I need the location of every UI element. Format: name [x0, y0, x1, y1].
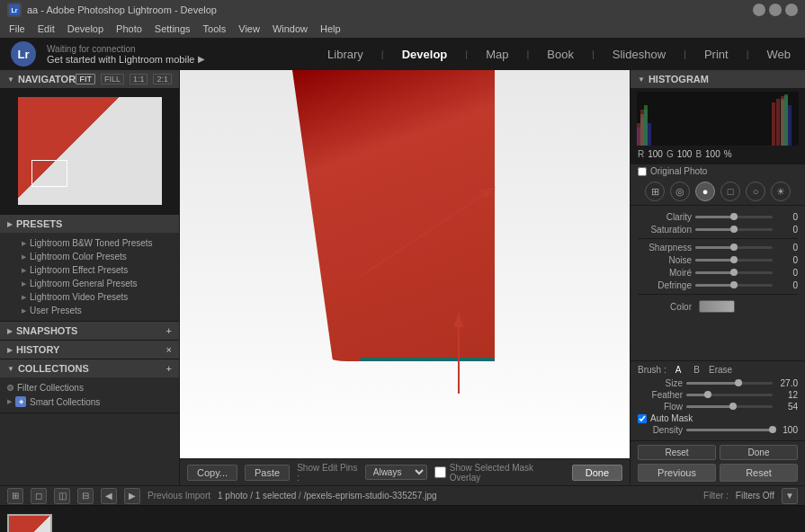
- survey-view-btn[interactable]: ⊟: [77, 488, 94, 504]
- g-label: G: [666, 149, 674, 159]
- panel-reset-button[interactable]: Reset: [638, 445, 716, 460]
- navigator-header[interactable]: ▼ Navigator FIT FILL 1:1 2:1: [0, 70, 179, 88]
- close-button[interactable]: ×: [785, 4, 798, 16]
- brush-label: Brush :: [638, 365, 666, 375]
- color-swatch[interactable]: [699, 300, 735, 313]
- nav-fit-btn[interactable]: FIT: [76, 74, 95, 84]
- previous-button[interactable]: Previous: [638, 464, 716, 482]
- edit-pins-dropdown[interactable]: Always Auto Never Selected: [365, 465, 427, 480]
- prev-import-label: Previous Import: [148, 491, 210, 501]
- snapshots-triangle: ▶: [7, 327, 13, 335]
- nav-1to1-btn[interactable]: 1:1: [130, 74, 148, 84]
- history-label: History: [16, 344, 59, 355]
- defringe-slider[interactable]: [695, 284, 773, 287]
- mask-overlay-input[interactable]: [434, 466, 446, 478]
- maximize-button[interactable]: □: [769, 4, 782, 16]
- crop-tool[interactable]: ⊞: [645, 182, 665, 201]
- loupe-view-btn[interactable]: ◻: [31, 488, 47, 504]
- noise-slider[interactable]: [695, 259, 773, 262]
- presets-section: ▶ Presets ▶Lightroom B&W Toned Presets ▶…: [0, 215, 179, 322]
- nav-fill-btn[interactable]: FILL: [101, 74, 124, 84]
- brush-flow-slider[interactable]: [686, 405, 773, 408]
- nav-print[interactable]: Print: [701, 46, 732, 63]
- paste-button[interactable]: Paste: [245, 465, 290, 481]
- brush-erase-tab[interactable]: Erase: [709, 365, 732, 375]
- panel-done-button[interactable]: Done: [720, 445, 798, 460]
- lr-logo: Lr: [11, 41, 36, 66]
- preset-user[interactable]: ▶User Presets: [0, 304, 179, 317]
- history-close-button[interactable]: ×: [166, 344, 172, 355]
- nav-book[interactable]: Book: [543, 46, 577, 63]
- nav-map[interactable]: Map: [482, 46, 512, 63]
- next-nav-btn[interactable]: ▶: [124, 488, 140, 504]
- smart-collections-label: Smart Collections: [30, 397, 100, 407]
- original-photo-checkbox[interactable]: [638, 167, 647, 176]
- compare-view-btn[interactable]: ◫: [54, 488, 70, 504]
- brush-feather-slider[interactable]: [686, 394, 773, 396]
- red-eye-tool[interactable]: ●: [695, 182, 715, 201]
- graduated-tool[interactable]: □: [720, 182, 740, 201]
- menu-develop[interactable]: Develop: [62, 22, 109, 35]
- filter-dropdown-btn[interactable]: ▼: [782, 488, 798, 504]
- preset-video[interactable]: ▶Lightroom Video Presets: [0, 290, 179, 304]
- snapshots-add-button[interactable]: +: [166, 325, 172, 336]
- menu-photo[interactable]: Photo: [111, 22, 148, 35]
- menu-view[interactable]: View: [233, 22, 265, 35]
- nav-web[interactable]: Web: [764, 46, 795, 63]
- original-photo-label: Original Photo: [650, 166, 707, 176]
- prev-nav-btn[interactable]: ◀: [101, 488, 117, 504]
- sharpness-slider[interactable]: [695, 246, 773, 249]
- nav-develop[interactable]: Develop: [398, 46, 452, 63]
- snapshots-header[interactable]: ▶ Snapshots +: [0, 322, 179, 340]
- preset-effect[interactable]: ▶Lightroom Effect Presets: [0, 263, 179, 277]
- menu-window[interactable]: Window: [267, 22, 313, 35]
- grid-view-btn[interactable]: ⊞: [7, 488, 23, 504]
- preset-color[interactable]: ▶Lightroom Color Presets: [0, 250, 179, 263]
- menu-help[interactable]: Help: [315, 22, 346, 35]
- brush-size-slider[interactable]: [686, 382, 773, 385]
- filter-collections-item[interactable]: Filter Collections: [7, 381, 172, 395]
- filmstrip-thumb-1[interactable]: [7, 514, 52, 533]
- collections-add-button[interactable]: +: [166, 363, 172, 374]
- presets-header[interactable]: ▶ Presets: [0, 215, 179, 233]
- menu-edit[interactable]: Edit: [32, 22, 60, 35]
- history-header[interactable]: ▶ History ×: [0, 341, 179, 359]
- brush-tab-b[interactable]: B: [690, 365, 703, 375]
- minimize-button[interactable]: _: [753, 4, 765, 16]
- svg-rect-13: [644, 105, 648, 146]
- nav-library[interactable]: Library: [324, 46, 367, 63]
- brush-tab-a[interactable]: A: [672, 365, 685, 375]
- collections-header[interactable]: ▼ Collections +: [0, 359, 179, 377]
- menu-settings[interactable]: Settings: [149, 22, 196, 35]
- adjustment-tool[interactable]: ☀: [771, 182, 791, 201]
- defringe-row: Defringe 0: [638, 280, 798, 290]
- collections-section: ▼ Collections + Filter Collections ▶ ◈ S…: [0, 359, 179, 413]
- nav-slideshow[interactable]: Slideshow: [609, 46, 669, 63]
- sync-action[interactable]: Get started with Lightroom mobile ▶: [47, 54, 324, 65]
- presets-list: ▶Lightroom B&W Toned Presets ▶Lightroom …: [0, 233, 179, 321]
- brush-density-slider[interactable]: [686, 429, 773, 431]
- histogram-label: Histogram: [648, 74, 709, 84]
- auto-mask-row[interactable]: Auto Mask: [638, 413, 798, 423]
- history-triangle: ▶: [7, 346, 13, 354]
- nav-2to1-btn[interactable]: 2:1: [153, 74, 172, 84]
- radial-tool[interactable]: ○: [746, 182, 765, 201]
- moire-slider[interactable]: [695, 271, 773, 274]
- done-button[interactable]: Done: [572, 465, 622, 481]
- nav-thumbnail: [18, 97, 162, 205]
- menu-file[interactable]: File: [4, 22, 31, 35]
- saturation-slider[interactable]: [695, 228, 773, 231]
- svg-rect-15: [784, 94, 788, 146]
- spot-tool[interactable]: ◎: [670, 182, 690, 201]
- preset-bw[interactable]: ▶Lightroom B&W Toned Presets: [0, 236, 179, 250]
- auto-mask-checkbox[interactable]: [638, 414, 647, 423]
- filter-value: Filters Off: [736, 491, 774, 501]
- preset-general[interactable]: ▶Lightroom General Presets: [0, 277, 179, 290]
- reset-button[interactable]: Reset: [720, 464, 798, 482]
- copy-button[interactable]: Copy...: [187, 465, 237, 481]
- clarity-slider[interactable]: [695, 216, 773, 218]
- histogram-header[interactable]: ▼ Histogram: [631, 70, 805, 88]
- mask-overlay-checkbox[interactable]: Show Selected Mask Overlay: [434, 463, 558, 483]
- smart-collections-item[interactable]: ▶ ◈ Smart Collections: [7, 395, 172, 409]
- menu-tools[interactable]: Tools: [198, 22, 232, 35]
